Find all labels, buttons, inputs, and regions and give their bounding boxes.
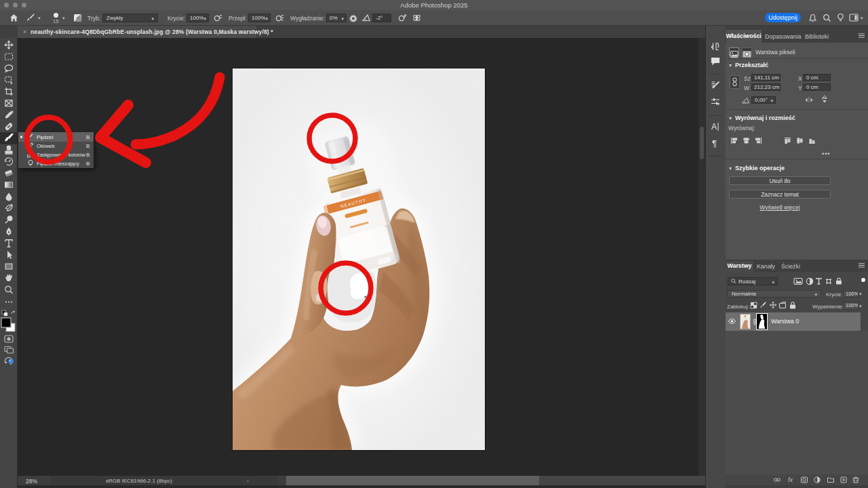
svg-text:¶: ¶ — [712, 138, 717, 148]
svg-text:A: A — [711, 122, 717, 131]
svg-text:fx: fx — [788, 476, 793, 483]
